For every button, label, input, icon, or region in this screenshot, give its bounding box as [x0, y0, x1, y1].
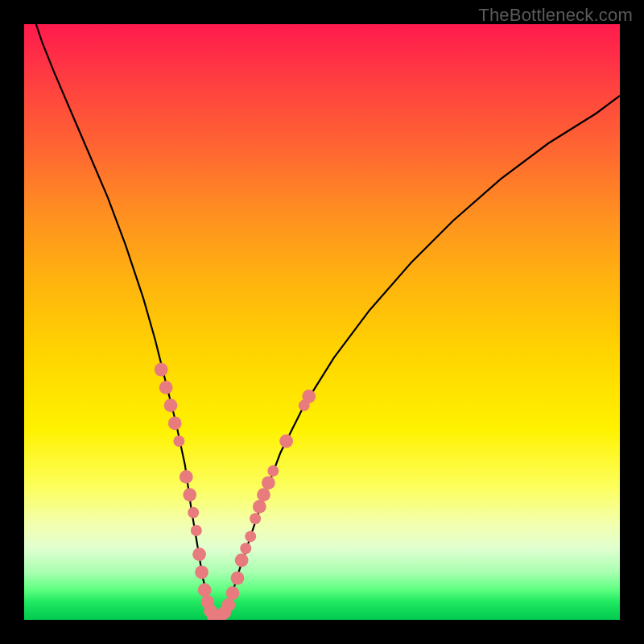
data-point — [267, 465, 279, 477]
data-point — [173, 436, 184, 447]
watermark-text: TheBottleneck.com — [478, 5, 633, 26]
data-markers — [155, 363, 316, 620]
data-point — [164, 398, 178, 412]
data-point — [198, 584, 212, 597]
data-point — [235, 554, 249, 568]
data-point — [231, 572, 245, 585]
data-point — [168, 416, 182, 430]
chart-frame: TheBottleneck.com — [0, 0, 644, 644]
data-point — [195, 565, 208, 579]
data-point — [221, 598, 235, 612]
data-point — [257, 488, 270, 502]
bottleneck-curve — [36, 24, 620, 617]
data-point — [226, 586, 240, 600]
data-point — [253, 500, 266, 514]
data-point — [279, 435, 293, 448]
data-point — [188, 507, 199, 518]
data-point — [240, 543, 251, 554]
data-point — [192, 547, 206, 561]
data-point — [183, 488, 196, 502]
data-point — [159, 381, 173, 394]
plot-area — [24, 24, 620, 620]
data-point — [302, 390, 316, 403]
data-point — [262, 476, 275, 489]
data-point — [180, 470, 193, 484]
data-point — [245, 530, 256, 542]
data-point — [155, 363, 168, 377]
data-point — [191, 525, 202, 536]
data-point — [250, 513, 261, 524]
chart-svg — [24, 24, 620, 620]
